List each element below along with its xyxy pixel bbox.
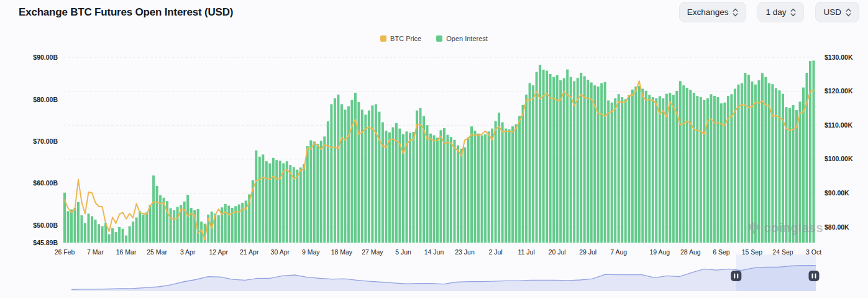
- oi-bar[interactable]: [350, 100, 353, 243]
- oi-bar[interactable]: [118, 227, 121, 243]
- oi-bar[interactable]: [423, 116, 425, 243]
- oi-bar[interactable]: [744, 73, 746, 243]
- oi-bar[interactable]: [357, 102, 360, 243]
- oi-bar[interactable]: [115, 232, 117, 243]
- oi-bar[interactable]: [508, 129, 511, 243]
- oi-bar[interactable]: [577, 78, 579, 243]
- oi-bar[interactable]: [498, 113, 500, 243]
- oi-bar[interactable]: [696, 96, 698, 243]
- oi-bar[interactable]: [426, 125, 429, 243]
- oi-bar[interactable]: [559, 80, 562, 243]
- oi-bar[interactable]: [775, 88, 777, 243]
- oi-bar[interactable]: [525, 95, 528, 243]
- oi-bar[interactable]: [703, 100, 705, 243]
- oi-bar[interactable]: [447, 135, 449, 243]
- oi-bar[interactable]: [813, 60, 815, 243]
- oi-bar[interactable]: [454, 140, 456, 243]
- oi-bar[interactable]: [587, 80, 589, 243]
- oi-bar[interactable]: [638, 86, 641, 243]
- oi-bar[interactable]: [511, 126, 514, 243]
- oi-bar[interactable]: [108, 235, 111, 243]
- oi-bar[interactable]: [614, 98, 616, 243]
- oi-bar[interactable]: [470, 126, 473, 243]
- oi-bar[interactable]: [122, 229, 124, 243]
- oi-bar[interactable]: [224, 204, 227, 243]
- oi-bar[interactable]: [340, 105, 343, 243]
- oi-bar[interactable]: [306, 146, 309, 243]
- oi-bar[interactable]: [258, 157, 261, 243]
- oi-bar[interactable]: [662, 98, 664, 243]
- oi-bar[interactable]: [320, 141, 322, 243]
- oi-bar[interactable]: [409, 133, 411, 243]
- oi-bar[interactable]: [101, 226, 104, 243]
- oi-bar[interactable]: [337, 95, 339, 243]
- oi-bar[interactable]: [286, 161, 288, 243]
- oi-bar[interactable]: [659, 96, 661, 243]
- oi-bar[interactable]: [580, 73, 582, 243]
- oi-bar[interactable]: [700, 97, 702, 243]
- oi-bar[interactable]: [672, 95, 675, 243]
- oi-bar[interactable]: [549, 74, 552, 243]
- oi-bar[interactable]: [334, 98, 336, 243]
- oi-bar[interactable]: [166, 201, 168, 243]
- oi-bar[interactable]: [484, 134, 487, 243]
- oi-bar[interactable]: [634, 86, 637, 243]
- oi-bar[interactable]: [552, 77, 555, 243]
- oi-bar[interactable]: [299, 167, 302, 243]
- oi-bar[interactable]: [296, 170, 298, 243]
- oi-bar[interactable]: [590, 83, 593, 243]
- oi-bar[interactable]: [255, 151, 257, 243]
- oi-bar[interactable]: [464, 147, 466, 243]
- oi-bar[interactable]: [81, 215, 83, 243]
- oi-bar[interactable]: [536, 72, 538, 243]
- oi-bar[interactable]: [477, 134, 480, 243]
- oi-bar[interactable]: [741, 83, 743, 243]
- oi-bar[interactable]: [460, 149, 463, 243]
- oi-bar[interactable]: [152, 175, 155, 243]
- oi-bar[interactable]: [607, 100, 610, 243]
- navigator-handle-left[interactable]: [731, 271, 741, 281]
- oi-bar[interactable]: [429, 134, 432, 243]
- oi-bar[interactable]: [84, 223, 86, 243]
- oi-bar[interactable]: [440, 130, 442, 243]
- oi-bar[interactable]: [132, 221, 134, 243]
- oi-bar[interactable]: [217, 215, 220, 243]
- oi-bar[interactable]: [98, 224, 100, 243]
- oi-bar[interactable]: [474, 131, 477, 243]
- oi-bar[interactable]: [74, 208, 76, 243]
- oi-bar[interactable]: [94, 220, 97, 243]
- oi-bar[interactable]: [648, 95, 651, 243]
- oi-bar[interactable]: [303, 164, 305, 243]
- oi-bar[interactable]: [713, 96, 716, 243]
- oi-bar[interactable]: [764, 77, 767, 243]
- oi-bar[interactable]: [344, 109, 346, 243]
- navigator-handle-right[interactable]: [809, 271, 820, 281]
- oi-bar[interactable]: [754, 85, 757, 243]
- oi-bar[interactable]: [501, 123, 504, 243]
- oi-bar[interactable]: [505, 129, 507, 243]
- oi-bar[interactable]: [375, 105, 377, 243]
- oi-bar[interactable]: [129, 226, 131, 243]
- oi-bar[interactable]: [682, 85, 685, 243]
- oi-bar[interactable]: [583, 76, 586, 243]
- oi-bar[interactable]: [604, 82, 606, 243]
- oi-bar[interactable]: [716, 97, 719, 243]
- oi-bar[interactable]: [624, 99, 627, 243]
- oi-bar[interactable]: [539, 65, 541, 243]
- oi-bar[interactable]: [347, 106, 350, 243]
- oi-bar[interactable]: [388, 133, 391, 243]
- oi-bar[interactable]: [679, 81, 682, 243]
- oi-bar[interactable]: [265, 161, 268, 243]
- oi-bar[interactable]: [546, 71, 548, 243]
- oi-bar[interactable]: [631, 90, 634, 243]
- oi-bar[interactable]: [70, 210, 73, 243]
- oi-bar[interactable]: [316, 144, 319, 243]
- oi-bar[interactable]: [488, 131, 490, 243]
- oi-bar[interactable]: [381, 123, 384, 243]
- chart-canvas[interactable]: $90.00B$80.00B$70.00B$60.00B$50.00B$45.8…: [0, 0, 868, 298]
- oi-bar[interactable]: [354, 93, 357, 243]
- oi-bar[interactable]: [368, 111, 370, 243]
- oi-bar[interactable]: [757, 80, 760, 243]
- interval-dropdown[interactable]: 1 day: [757, 2, 804, 22]
- oi-bar[interactable]: [467, 137, 470, 243]
